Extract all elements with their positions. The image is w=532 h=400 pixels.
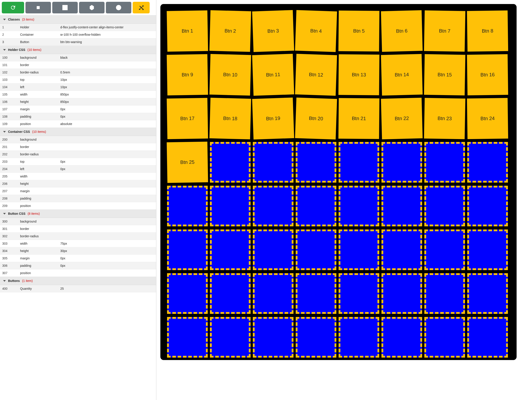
preview-button[interactable]: Btn 14	[381, 54, 423, 96]
row-value[interactable]: 0px	[58, 165, 156, 173]
table-row[interactable]: 101border	[0, 61, 156, 69]
row-value[interactable]	[58, 173, 156, 180]
table-row[interactable]: 106height850px	[0, 98, 156, 106]
table-row[interactable]: 305margin0px	[0, 255, 156, 262]
preview-button[interactable]: Btn 23	[424, 98, 465, 139]
section-header-button-css[interactable]: Button CSS (8 items)	[0, 210, 156, 218]
row-value[interactable]	[58, 136, 156, 143]
preview-button[interactable]: Btn 8	[467, 11, 508, 52]
row-value[interactable]: absolute	[58, 120, 156, 128]
preview-button[interactable]: Btn 9	[167, 54, 208, 95]
table-row[interactable]: 208padding	[0, 195, 156, 202]
row-value[interactable]: 0px	[58, 106, 156, 113]
preview-button[interactable]: Btn 25	[167, 142, 208, 183]
row-value[interactable]: 75px	[58, 240, 156, 247]
table-row[interactable]: 105width850px	[0, 91, 156, 98]
row-value[interactable]: btn btn-warning	[58, 38, 156, 46]
table-row[interactable]: 303width75px	[0, 240, 156, 247]
preview-button[interactable]: Btn 21	[338, 98, 380, 139]
preview-button[interactable]: Btn 19	[252, 98, 294, 139]
table-row[interactable]: 206height	[0, 180, 156, 188]
preview-button[interactable]: Btn 1	[167, 10, 208, 51]
row-value[interactable]: 850px	[58, 91, 156, 98]
table-row[interactable]: 202border-radius	[0, 151, 156, 158]
table-row[interactable]: 209position	[0, 202, 156, 210]
row-value[interactable]	[58, 225, 156, 233]
table-row[interactable]: 104left10px	[0, 83, 156, 91]
preview-button[interactable]: Btn 7	[424, 10, 465, 51]
section-header-buttons[interactable]: Buttons (1 item)	[0, 277, 156, 285]
table-row[interactable]: 109positionabsolute	[0, 120, 156, 128]
row-value[interactable]: d-flex justify-content-center align-item…	[58, 24, 156, 31]
preview-button[interactable]: Btn 3	[252, 10, 294, 52]
table-row[interactable]: 100backgroundblack	[0, 54, 156, 61]
preview-button[interactable]: Btn 2	[209, 10, 251, 52]
row-value[interactable]	[58, 180, 156, 188]
row-value[interactable]	[58, 151, 156, 158]
table-row[interactable]: 203top0px	[0, 158, 156, 165]
shape-small-square-button[interactable]	[25, 2, 51, 13]
row-value[interactable]: 0px	[58, 262, 156, 269]
table-row[interactable]: 304height30px	[0, 247, 156, 255]
table-row[interactable]: 400Quantity25	[0, 285, 156, 292]
preview-button[interactable]: Btn 18	[209, 98, 251, 139]
row-value[interactable]: 30px	[58, 247, 156, 255]
row-value[interactable]	[58, 202, 156, 210]
row-value[interactable]: 0px	[58, 255, 156, 262]
table-row[interactable]: 204left0px	[0, 165, 156, 173]
table-row[interactable]: 2Containerw-100 h-100 overflow-hidden	[0, 31, 156, 38]
row-value[interactable]	[58, 61, 156, 69]
table-row[interactable]: 306padding0px	[0, 262, 156, 269]
row-value[interactable]	[58, 269, 156, 277]
table-row[interactable]: 108padding0px	[0, 113, 156, 120]
refresh-button[interactable]	[2, 2, 24, 13]
table-row[interactable]: 300background	[0, 218, 156, 225]
preview-button[interactable]: Btn 6	[381, 10, 423, 52]
row-value[interactable]	[58, 143, 156, 151]
preview-button[interactable]: Btn 22	[381, 98, 423, 139]
table-row[interactable]: 107margin0px	[0, 106, 156, 113]
preview-button[interactable]: Btn 5	[338, 11, 380, 51]
section-header-container-css[interactable]: Container CSS (10 items)	[0, 128, 156, 136]
section-header-classes[interactable]: Classes (3 items)	[0, 15, 156, 24]
row-value[interactable]: 0px	[58, 113, 156, 120]
shape-hexagon-button[interactable]	[79, 2, 105, 13]
property-panel-scroll[interactable]: Classes (3 items) 1Holderd-flex justify-…	[0, 15, 156, 400]
table-row[interactable]: 201border	[0, 143, 156, 151]
preview-button[interactable]: Btn 17	[167, 98, 208, 139]
preview-button[interactable]: Btn 4	[295, 10, 337, 52]
table-row[interactable]: 102border-radius0.5rem	[0, 69, 156, 76]
row-value[interactable]: 25	[58, 285, 156, 292]
row-value[interactable]	[58, 188, 156, 195]
preview-button[interactable]: Btn 16	[467, 54, 508, 95]
shape-large-square-button[interactable]	[52, 2, 78, 13]
table-row[interactable]: 103top10px	[0, 76, 156, 83]
row-value[interactable]: black	[58, 54, 156, 61]
table-row[interactable]: 3Buttonbtn btn-warning	[0, 38, 156, 46]
row-value[interactable]: 10px	[58, 83, 156, 91]
row-value[interactable]	[58, 195, 156, 202]
preview-button[interactable]: Btn 12	[295, 54, 337, 96]
table-row[interactable]: 1Holderd-flex justify-content-center ali…	[0, 24, 156, 31]
preview-button[interactable]: Btn 15	[424, 54, 465, 95]
row-value[interactable]: 0px	[58, 158, 156, 165]
table-row[interactable]: 302border-radius	[0, 233, 156, 240]
row-value[interactable]: w-100 h-100 overflow-hidden	[58, 31, 156, 38]
preview-button[interactable]: Btn 10	[209, 54, 251, 96]
row-value[interactable]: 10px	[58, 76, 156, 83]
table-row[interactable]: 200background	[0, 136, 156, 143]
section-header-holder-css[interactable]: Holder CSS (10 items)	[0, 46, 156, 54]
preview-button[interactable]: Btn 11	[252, 54, 294, 96]
shape-circle-button[interactable]	[106, 2, 131, 13]
table-row[interactable]: 207margin	[0, 188, 156, 195]
table-row[interactable]: 307position	[0, 269, 156, 277]
row-value[interactable]	[58, 218, 156, 225]
row-value[interactable]: 850px	[58, 98, 156, 106]
preview-button[interactable]: Btn 20	[295, 98, 337, 139]
preview-button[interactable]: Btn 24	[467, 98, 508, 139]
row-value[interactable]	[58, 233, 156, 240]
table-row[interactable]: 301border	[0, 225, 156, 233]
preview-button[interactable]: Btn 13	[338, 54, 380, 95]
row-value[interactable]: 0.5rem	[58, 69, 156, 76]
shuffle-button[interactable]	[133, 2, 150, 13]
